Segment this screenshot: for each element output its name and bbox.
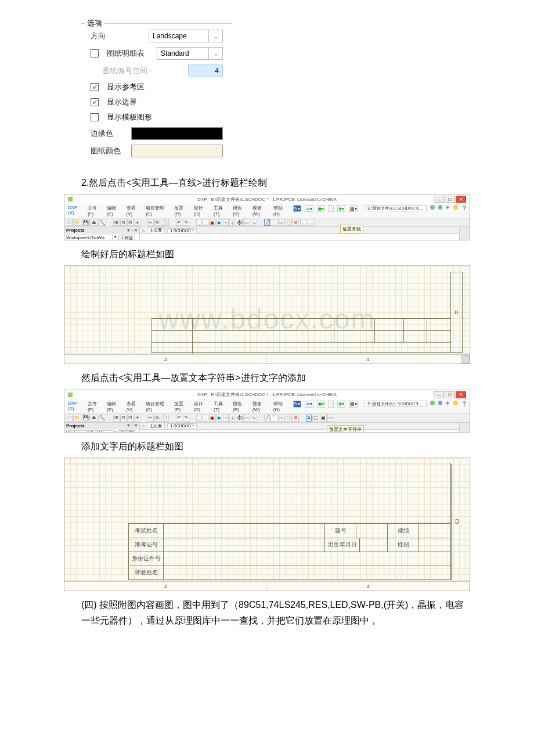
cross-icon[interactable]: ✛ xyxy=(134,219,140,226)
tab-home[interactable]: 主页面 xyxy=(147,423,165,429)
menu-tools[interactable]: 工具 (T) xyxy=(214,401,229,412)
nav-icon[interactable]: ⇒▾ xyxy=(305,205,313,212)
menu-project[interactable]: 项目管理 (C) xyxy=(146,205,171,217)
frame3-icon[interactable]: ▭ xyxy=(327,415,334,422)
home-icon[interactable]: ⌂ xyxy=(142,228,145,232)
pwr-icon[interactable]: ⏻ xyxy=(236,219,243,226)
edge-color-swatch[interactable] xyxy=(131,127,223,140)
nav5-icon[interactable]: ▦▾ xyxy=(349,205,358,212)
ws-drop-icon[interactable]: ▾ xyxy=(114,235,117,240)
arc-icon[interactable]: ⌒ xyxy=(270,219,277,226)
redo-icon[interactable]: ↷ xyxy=(183,415,189,422)
sheet-icon[interactable]: ▭ xyxy=(243,219,250,226)
redo-icon[interactable]: ↷ xyxy=(183,219,189,226)
x-icon[interactable]: ✕ xyxy=(293,415,299,422)
line-icon[interactable]: ╱ xyxy=(264,219,270,226)
dxp-menu[interactable]: DXP (X) xyxy=(68,401,84,412)
menu-help[interactable]: 帮助 (H) xyxy=(273,205,290,217)
save-icon[interactable]: 💾 xyxy=(82,219,90,226)
cfg-icon[interactable]: ⊟ xyxy=(127,219,134,226)
nav4-icon[interactable]: ◈▾ xyxy=(337,205,345,212)
sheet-icon[interactable]: ▭ xyxy=(243,415,250,422)
new-icon[interactable]: □ xyxy=(67,219,73,226)
menu-project[interactable]: 项目管理 (C) xyxy=(146,401,171,412)
menu-edit[interactable]: 编辑 (E) xyxy=(107,205,123,217)
utility-dropdown[interactable]: ✎▾ xyxy=(293,401,302,408)
arc-icon[interactable]: ⌒ xyxy=(270,415,277,422)
menu-help[interactable]: 帮助 (H) xyxy=(273,401,290,412)
new-icon[interactable]: □ xyxy=(67,415,73,422)
nav2-icon[interactable]: ◆▾ xyxy=(317,401,325,408)
pane-controls[interactable]: ▼ ▫ ✕ xyxy=(127,423,138,428)
line-icon[interactable]: ╱ xyxy=(264,415,270,422)
star-icon[interactable] xyxy=(453,401,458,405)
bus-icon[interactable]: ⎯ xyxy=(203,415,208,422)
text-icon[interactable]: A xyxy=(306,415,312,422)
zoom-icon[interactable]: ⊞ xyxy=(113,219,120,226)
copy-icon[interactable]: ⧉ xyxy=(154,415,160,422)
port-icon[interactable]: ▶ xyxy=(217,415,222,422)
rect-icon[interactable]: ▭ xyxy=(278,415,285,422)
x-icon[interactable]: ✕ xyxy=(293,219,299,226)
number-input[interactable]: 4 xyxy=(188,64,223,77)
dxp-menu[interactable]: DXP (X) xyxy=(68,205,84,217)
path-box[interactable]: E:\新建文件夹\1.SCHDOC?Left= xyxy=(365,401,427,407)
gear-icon[interactable]: ✱ xyxy=(446,401,450,412)
show-template-checkbox[interactable] xyxy=(91,113,99,121)
undo-icon[interactable]: ↶ xyxy=(176,219,182,226)
pane-controls[interactable]: ▼ ▫ ✕ xyxy=(127,228,138,233)
cfg-icon[interactable]: ⊟ xyxy=(127,415,134,422)
rect-icon[interactable]: ▭ xyxy=(278,219,285,226)
part-icon[interactable]: ▣ xyxy=(209,415,216,422)
menu-window[interactable]: 视窗 (W) xyxy=(252,401,270,412)
ws-drop-icon[interactable]: ▾ xyxy=(114,430,117,433)
open-icon[interactable]: 📁 xyxy=(73,219,81,226)
menu-place[interactable]: 放置 (P) xyxy=(174,401,190,412)
nav3-icon[interactable]: ↓ xyxy=(328,401,334,408)
menu-design[interactable]: 设计 (D) xyxy=(194,205,210,217)
open-icon[interactable]: 📁 xyxy=(73,415,81,422)
detail-checkbox[interactable] xyxy=(91,49,99,57)
home-icon[interactable]: ⌂ xyxy=(142,424,145,428)
cross-icon[interactable]: ✛ xyxy=(134,415,140,422)
menu-design[interactable]: 设计 (D) xyxy=(194,401,210,412)
gnd-icon[interactable]: ⏚ xyxy=(229,219,235,226)
frame2-icon[interactable]: ▣ xyxy=(320,415,327,422)
help-icon[interactable]: ? xyxy=(463,401,466,412)
wire-icon[interactable]: ⎯ xyxy=(196,219,202,226)
nav5-icon[interactable]: ▦▾ xyxy=(349,401,358,408)
workspace-btn[interactable]: 工作区 xyxy=(118,430,135,433)
pwr-icon[interactable]: ⏻ xyxy=(236,415,243,422)
workspace-input[interactable] xyxy=(66,430,113,433)
show-border-checkbox[interactable]: ✔ xyxy=(91,98,99,106)
show-ref-checkbox[interactable]: ✔ xyxy=(91,83,99,91)
detail-select[interactable]: Standard ⌄ xyxy=(157,47,223,60)
scroll-corner[interactable] xyxy=(461,355,470,363)
utility-dropdown[interactable]: ✎▾ xyxy=(293,205,302,212)
tab-doc[interactable]: 1.SCHDOC * xyxy=(167,423,197,428)
tab-home[interactable]: 主页面 xyxy=(147,227,165,233)
nav3-icon[interactable]: ↓ xyxy=(328,205,334,212)
menu-place[interactable]: 放置 (P) xyxy=(174,205,190,217)
menu-report[interactable]: 报告 (R) xyxy=(233,401,249,412)
port-icon[interactable]: ▶ xyxy=(217,219,222,226)
fit-icon[interactable]: ⊡ xyxy=(120,219,127,226)
nav-icon[interactable]: ⇒▾ xyxy=(305,401,313,408)
nav2-icon[interactable]: ◆▾ xyxy=(317,205,325,212)
star-icon[interactable] xyxy=(453,205,458,210)
save-icon[interactable]: 💾 xyxy=(82,415,90,422)
help-icon[interactable]: ? xyxy=(463,205,466,217)
bus-icon[interactable]: ⎯ xyxy=(203,219,208,226)
print-icon[interactable]: 🖶 xyxy=(91,415,98,422)
zoom-icon[interactable]: ⊞ xyxy=(113,415,120,422)
paste-icon[interactable]: 📋 xyxy=(161,219,169,226)
gnd-icon[interactable]: ⏚ xyxy=(229,415,235,422)
workspace-btn[interactable]: 工作区 xyxy=(118,235,135,240)
part-icon[interactable]: ▣ xyxy=(209,219,216,226)
net-icon[interactable]: ⌁ xyxy=(223,219,229,226)
arrow-icon[interactable]: ↘ xyxy=(251,415,257,422)
net-icon[interactable]: ⌁ xyxy=(223,415,229,422)
menu-report[interactable]: 报告 (R) xyxy=(233,205,249,217)
wire-icon[interactable]: ⎯ xyxy=(196,415,202,422)
tab-doc[interactable]: 1.SCHDOC * xyxy=(167,228,197,233)
